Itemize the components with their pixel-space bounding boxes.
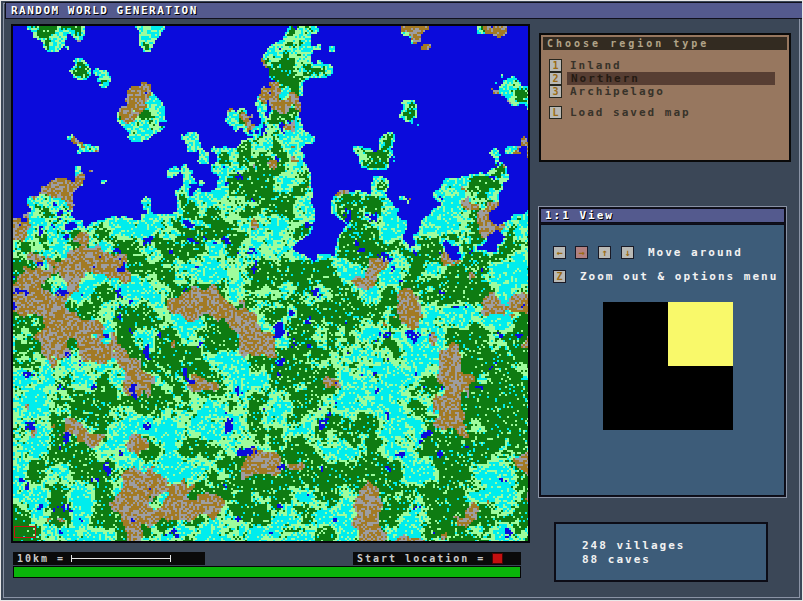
start-location-legend: Start location = [353, 552, 521, 565]
view-panel-body: ← → ↑ ↓ Move around Z Zoom out & options… [540, 224, 785, 496]
scale-ruler [71, 555, 171, 562]
world-map[interactable] [13, 26, 528, 541]
key-badge-3: 3 [549, 85, 562, 98]
zoom-preview-highlight [668, 302, 733, 366]
map-scale-legend: 10km = [13, 552, 205, 565]
world-stats-panel: 248 villages 88 caves [554, 522, 768, 582]
move-down-button[interactable]: ↓ [621, 246, 634, 259]
menu-item-label: Inland [570, 59, 775, 72]
villages-count: 248 villages [582, 539, 766, 553]
view-1-1-panel: 1:1 View ← → ↑ ↓ Move around Z Zoom out … [538, 206, 787, 498]
menu-item-northern[interactable]: 2 Northern [549, 72, 775, 85]
start-location-marker [14, 526, 36, 538]
menu-item-label: Load saved map [570, 106, 775, 119]
world-map-panel [11, 24, 530, 543]
progress-bar [13, 566, 521, 578]
start-location-swatch [492, 553, 503, 564]
key-badge-l: L [549, 106, 562, 119]
region-menu-title: Choose region type [543, 37, 787, 50]
menu-item-archipelago[interactable]: 3 Archipelago [549, 85, 775, 98]
right-arrow-icon: → [578, 247, 584, 258]
left-arrow-icon: ← [556, 247, 562, 258]
move-around-label: Move around [648, 246, 743, 259]
region-menu-panel: Choose region type 1 Inland 2 Northern 3… [539, 33, 791, 162]
menu-item-label: Archipelago [570, 85, 775, 98]
caves-count: 88 caves [582, 553, 766, 567]
page-title: RANDOM WORLD GENERATION [5, 2, 803, 19]
view-panel-title: 1:1 View [540, 208, 785, 223]
scale-ruler-line [72, 558, 170, 559]
world-generation-screen: RANDOM WORLD GENERATION 10km = Start loc… [0, 0, 803, 601]
key-badge-2: 2 [549, 72, 562, 85]
key-badge-1: 1 [549, 59, 562, 72]
zoom-preview-box [603, 302, 733, 430]
down-arrow-icon: ↓ [624, 247, 630, 258]
menu-item-inland[interactable]: 1 Inland [549, 59, 775, 72]
move-right-button[interactable]: → [575, 246, 588, 259]
zoom-out-button[interactable]: Z [553, 270, 566, 283]
up-arrow-icon: ↑ [601, 247, 607, 258]
menu-item-label: Northern [567, 72, 775, 85]
scale-label: 10km = [17, 553, 65, 564]
start-location-label: Start location = [357, 553, 485, 564]
move-left-button[interactable]: ← [553, 246, 566, 259]
menu-item-load-saved-map[interactable]: L Load saved map [549, 106, 775, 119]
zoom-key-icon: Z [556, 271, 562, 282]
move-up-button[interactable]: ↑ [598, 246, 611, 259]
zoom-options-label: Zoom out & options menu [580, 270, 778, 283]
